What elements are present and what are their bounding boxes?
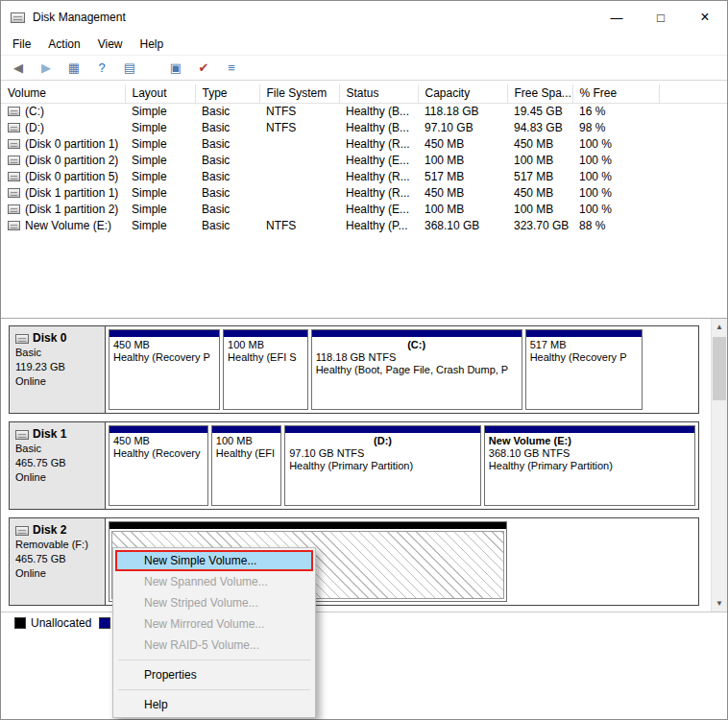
partition-label: Healthy (Primary Partition)	[489, 460, 691, 472]
volume-cell: 450 MB	[418, 135, 507, 152]
column-header[interactable]: Layout	[125, 84, 195, 103]
volume-cell-filler	[659, 217, 727, 233]
disk-icon	[15, 334, 29, 344]
partition-label: 118.18 GB NTFS	[316, 351, 518, 364]
column-header[interactable]: % Free	[572, 84, 659, 103]
volume-name-cell: (Disk 1 partition 2)	[1, 201, 125, 217]
volume-row[interactable]: (D:)SimpleBasicNTFSHealthy (B...97.10 GB…	[1, 119, 727, 135]
context-menu-item[interactable]: Help	[115, 694, 313, 715]
disk-management-window: Disk Management — □ × FileActionViewHelp…	[0, 0, 728, 720]
volume-row[interactable]: New Volume (E:)SimpleBasicNTFSHealthy (P…	[1, 217, 727, 233]
help-icon[interactable]: ?	[92, 59, 111, 78]
maximize-button[interactable]: □	[639, 1, 683, 34]
scrollbar-track[interactable]	[712, 335, 727, 595]
disk-header[interactable]: Disk 1Basic465.75 GBOnline	[10, 422, 106, 509]
disk-meta-label: Removable (F:)	[15, 538, 99, 552]
column-header[interactable]: File System	[259, 84, 339, 103]
partition[interactable]: 100 MBHealthy (EFI	[211, 425, 281, 506]
volume-row[interactable]: (Disk 0 partition 2)SimpleBasicHealthy (…	[1, 152, 727, 168]
volume-name-label: (Disk 0 partition 2)	[25, 154, 118, 167]
disk-name-label: Disk 2	[33, 523, 66, 538]
partition-label: 97.10 GB NTFS	[289, 447, 476, 460]
volume-cell: 100 %	[572, 184, 659, 201]
toolbar-separator	[148, 67, 158, 68]
menubar: FileActionViewHelp	[1, 34, 727, 55]
volume-cell: Healthy (R...	[339, 135, 418, 152]
partition[interactable]: (C:)118.18 GB NTFSHealthy (Boot, Page Fi…	[311, 329, 522, 410]
column-header[interactable]: Free Spa...	[507, 84, 572, 103]
check-icon[interactable]: ✔	[194, 59, 213, 78]
menu-action[interactable]: Action	[39, 35, 88, 54]
volume-name-label: New Volume (E:)	[25, 219, 111, 232]
menu-view[interactable]: View	[89, 35, 132, 54]
legend-swatch	[99, 617, 110, 629]
column-header[interactable]: Status	[339, 84, 418, 103]
disk-meta-label: Online	[15, 374, 99, 389]
volume-cell-filler	[659, 135, 727, 152]
volume-row[interactable]: (C:)SimpleBasicNTFSHealthy (B...118.18 G…	[1, 103, 727, 119]
volume-row[interactable]: (Disk 1 partition 1)SimpleBasicHealthy (…	[1, 184, 727, 201]
volume-cell: Basic	[195, 201, 259, 217]
menu-separator	[118, 660, 310, 660]
menu-help[interactable]: Help	[132, 35, 173, 54]
console-tree-icon[interactable]: ▦	[64, 59, 84, 78]
volume-cell: 118.18 GB	[418, 103, 507, 119]
context-menu-item[interactable]: Properties	[115, 664, 313, 685]
disk-meta-label: Online	[15, 566, 99, 581]
partition-label: Healthy (Primary Partition)	[289, 460, 476, 472]
partition-label: 450 MB	[113, 339, 215, 351]
partition[interactable]: 450 MBHealthy (Recovery	[109, 425, 208, 506]
disk-meta-label: Basic	[15, 346, 99, 360]
volume-cell-filler	[659, 119, 727, 135]
close-button[interactable]: ×	[683, 1, 727, 34]
context-menu-item: New Mirrored Volume...	[115, 613, 313, 635]
volume-name-label: (D:)	[25, 121, 44, 134]
partition[interactable]: (D:)97.10 GB NTFSHealthy (Primary Partit…	[284, 425, 481, 506]
back-icon[interactable]: ◀	[9, 59, 28, 78]
volume-cell: 19.45 GB	[507, 103, 572, 119]
scrollbar-thumb[interactable]	[713, 337, 726, 400]
volume-table-header-row: VolumeLayoutTypeFile SystemStatusCapacit…	[1, 84, 727, 103]
volume-row[interactable]: (Disk 1 partition 2)SimpleBasicHealthy (…	[1, 201, 727, 217]
partition-color-strip	[109, 522, 506, 529]
partition-label: (C:)	[316, 339, 518, 351]
partition-color-strip	[224, 330, 307, 337]
scroll-down-button[interactable]: ▼	[712, 595, 727, 612]
volume-name-cell: (Disk 0 partition 5)	[1, 168, 125, 184]
column-header[interactable]: Volume	[1, 84, 125, 103]
volume-cell: Simple	[125, 103, 195, 119]
volume-cell: 88 %	[572, 217, 659, 233]
disk-header[interactable]: Disk 2Removable (F:)465.75 GBOnline	[10, 518, 106, 605]
volume-name-cell: (D:)	[1, 119, 125, 135]
volume-cell: Simple	[125, 135, 195, 152]
scroll-up-button[interactable]: ▲	[712, 319, 727, 335]
partition[interactable]: 450 MBHealthy (Recovery P	[109, 329, 220, 410]
partition-label: Healthy (Recovery P	[530, 351, 638, 364]
partition-color-strip	[212, 426, 280, 433]
vertical-scrollbar[interactable]: ▲ ▼	[711, 319, 727, 612]
volume-cell: Simple	[125, 119, 195, 135]
column-header[interactable]: Type	[195, 84, 259, 103]
partition[interactable]: 517 MBHealthy (Recovery P	[525, 329, 643, 410]
volume-list-pane: VolumeLayoutTypeFile SystemStatusCapacit…	[1, 81, 727, 319]
action-pane-icon[interactable]: ▣	[166, 59, 185, 78]
minimize-button[interactable]: —	[595, 1, 639, 34]
export-list-icon[interactable]: ▤	[120, 59, 139, 78]
volume-row[interactable]: (Disk 0 partition 1)SimpleBasicHealthy (…	[1, 135, 727, 152]
volume-cell: 450 MB	[507, 184, 572, 201]
context-menu-item[interactable]: New Simple Volume...	[115, 550, 313, 571]
partition-label: Healthy (EFI	[216, 447, 277, 460]
partition-body: 450 MBHealthy (Recovery P	[109, 337, 219, 409]
disk-header[interactable]: Disk 0Basic119.23 GBOnline	[10, 326, 106, 413]
fields-icon[interactable]: ≡	[222, 59, 241, 78]
menu-file[interactable]: File	[4, 35, 39, 54]
forward-icon[interactable]: ▶	[36, 59, 56, 78]
partition[interactable]: 100 MBHealthy (EFI S	[223, 329, 308, 410]
column-header[interactable]: Capacity	[418, 84, 507, 103]
volume-cell-filler	[659, 103, 727, 119]
volume-row[interactable]: (Disk 0 partition 5)SimpleBasicHealthy (…	[1, 168, 727, 184]
partition-body: New Volume (E:)368.10 GB NTFSHealthy (Pr…	[485, 433, 694, 505]
volume-name-label: (Disk 1 partition 1)	[25, 186, 118, 200]
partition[interactable]: New Volume (E:)368.10 GB NTFSHealthy (Pr…	[484, 425, 695, 506]
partition-body: 100 MBHealthy (EFI S	[224, 337, 307, 409]
